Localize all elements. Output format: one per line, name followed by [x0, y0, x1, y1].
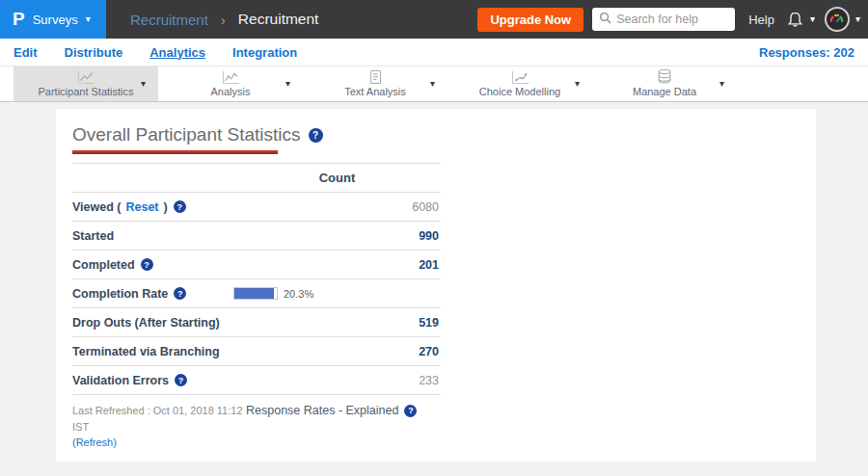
- row-label: Started: [72, 229, 233, 243]
- table-row-completion-rate: Completion Rate?20.3%: [72, 279, 441, 308]
- response-rates-explained[interactable]: Response Rates - Explained ?: [246, 404, 417, 417]
- avatar[interactable]: [825, 7, 850, 32]
- row-label: Completion Rate?: [72, 287, 233, 301]
- breadcrumb-parent-link[interactable]: Recruitment: [130, 12, 208, 28]
- questionpro-logo: P: [13, 9, 25, 30]
- caret-down-icon[interactable]: ▾: [141, 79, 146, 89]
- analytics-toolbar: Participant Statistics▾Analysis▾Text Ana…: [0, 66, 868, 102]
- help-search-box[interactable]: [592, 8, 735, 31]
- tab-analysis[interactable]: Analysis▾: [158, 66, 303, 101]
- bar-percent-label: 20.3%: [284, 288, 313, 300]
- completion-rate-bar: 20.3%: [233, 287, 441, 300]
- table-row-terminated-via-branching: Terminated via Branching270: [72, 337, 441, 366]
- help-icon[interactable]: ?: [404, 405, 417, 417]
- search-icon: [599, 11, 611, 28]
- help-icon[interactable]: ?: [141, 258, 153, 271]
- red-highlight-underline: [72, 150, 278, 154]
- line-chart-icon: [77, 70, 95, 85]
- count-value: 201: [233, 258, 441, 272]
- bar-fill: [234, 288, 274, 299]
- count-value: 519: [233, 316, 441, 330]
- nav-item-edit[interactable]: Edit: [14, 45, 38, 60]
- search-input[interactable]: [616, 13, 728, 26]
- tab-label: Analysis: [211, 86, 251, 97]
- top-header: P Surveys ▾ Recruitment › Recruitment Up…: [0, 0, 868, 39]
- tab-label: Manage Data: [633, 86, 696, 97]
- nav-item-integration[interactable]: Integration: [232, 45, 297, 60]
- survey-nav: EditDistributeAnalyticsIntegration Respo…: [0, 39, 868, 66]
- responses-count[interactable]: Responses: 202: [759, 45, 854, 60]
- caret-down-icon[interactable]: ▾: [719, 79, 724, 89]
- caret-down-icon: ▾: [86, 14, 91, 24]
- tab-text-analysis[interactable]: Text Analysis▾: [303, 66, 448, 101]
- help-icon[interactable]: ?: [174, 200, 186, 213]
- table-row-viewed: Viewed (Reset)?6080: [72, 193, 441, 222]
- tab-manage-data[interactable]: Manage Data▾: [592, 66, 737, 101]
- refresh-link[interactable]: (Refresh): [72, 436, 117, 448]
- breadcrumb: Recruitment › Recruitment: [130, 11, 318, 28]
- row-label: Viewed (Reset)?: [72, 200, 233, 214]
- table-row-completed: Completed?201: [72, 251, 441, 279]
- table-row-validation-errors: Validation Errors?233: [72, 366, 441, 395]
- count-value: 233: [233, 374, 441, 387]
- count-value: 270: [233, 345, 441, 358]
- count-column-header: Count: [233, 171, 441, 185]
- app-window: P Surveys ▾ Recruitment › Recruitment Up…: [0, 0, 868, 476]
- scatter-chart-icon: [511, 70, 529, 85]
- row-label: Terminated via Branching: [72, 345, 233, 358]
- row-label: Drop Outs (After Starting): [72, 316, 233, 330]
- gauge-icon: [828, 11, 845, 28]
- tab-participant-statistics[interactable]: Participant Statistics▾: [14, 66, 158, 101]
- content-card: Overall Participant Statistics ? Count V…: [56, 109, 816, 462]
- row-label: Validation Errors?: [72, 374, 233, 387]
- row-label: Completed?: [72, 258, 233, 272]
- count-value: 6080: [233, 200, 441, 214]
- reset-link[interactable]: Reset: [125, 200, 158, 214]
- table-row-started: Started990: [72, 222, 441, 251]
- help-icon[interactable]: ?: [175, 374, 187, 386]
- tab-label: Participant Statistics: [38, 86, 133, 97]
- participant-stats-table: Count Viewed (Reset)?6080Started990Compl…: [72, 163, 441, 395]
- caret-down-icon[interactable]: ▾: [810, 14, 815, 24]
- help-icon[interactable]: ?: [174, 287, 186, 300]
- page-background: Overall Participant Statistics ? Count V…: [0, 102, 868, 476]
- caret-down-icon[interactable]: ▾: [285, 79, 290, 89]
- surveys-product-menu[interactable]: P Surveys ▾: [0, 0, 106, 39]
- help-icon[interactable]: ?: [309, 128, 323, 143]
- count-value: 990: [233, 229, 441, 243]
- caret-down-icon[interactable]: ▾: [575, 79, 580, 89]
- nav-item-distribute[interactable]: Distribute: [65, 45, 123, 60]
- surveys-menu-label: Surveys: [33, 13, 78, 27]
- help-link[interactable]: Help: [748, 13, 774, 27]
- table-header-row: Count: [72, 164, 441, 193]
- header-actions: Upgrade Now Help ▾ ▾: [477, 7, 868, 32]
- table-footer: Last Refreshed : Oct 01, 2018 11:12 IST …: [72, 403, 441, 451]
- chevron-right-icon: ›: [221, 12, 226, 28]
- table-row-drop-outs-after-starting: Drop Outs (After Starting)519: [72, 308, 441, 337]
- caret-down-icon[interactable]: ▾: [430, 79, 435, 89]
- tab-label: Choice Modelling: [479, 86, 560, 97]
- trend-chart-icon: [222, 70, 240, 85]
- bell-icon[interactable]: [786, 11, 804, 29]
- bar-track: [233, 287, 278, 300]
- last-refreshed-block: Last Refreshed : Oct 01, 2018 11:12 IST …: [72, 403, 246, 451]
- last-refreshed-text: Last Refreshed : Oct 01, 2018 11:12 IST: [72, 405, 243, 433]
- tab-choice-modelling[interactable]: Choice Modelling▾: [448, 66, 592, 101]
- caret-down-icon[interactable]: ▾: [855, 14, 860, 24]
- page-title: Overall Participant Statistics: [72, 124, 301, 145]
- database-icon: [657, 70, 672, 85]
- tab-label: Text Analysis: [344, 86, 406, 97]
- breadcrumb-current: Recruitment: [238, 11, 319, 28]
- response-rates-label: Response Rates - Explained: [246, 404, 398, 417]
- document-icon: [368, 70, 383, 85]
- upgrade-now-button[interactable]: Upgrade Now: [477, 8, 583, 32]
- nav-item-analytics[interactable]: Analytics: [149, 45, 205, 60]
